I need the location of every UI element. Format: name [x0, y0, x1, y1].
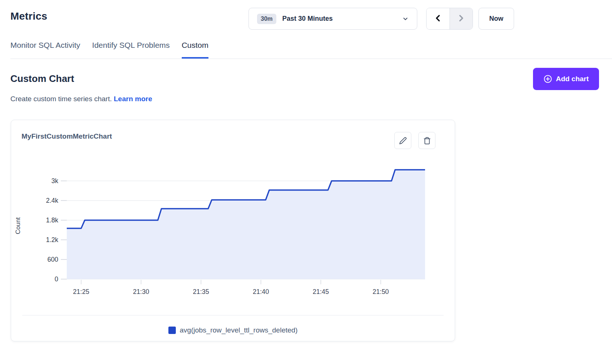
chevron-down-icon — [402, 16, 409, 22]
now-button[interactable]: Now — [478, 8, 514, 30]
section-subtitle: Create custom time series chart. Learn m… — [10, 95, 152, 103]
x-axis-tick-label: 21:40 — [253, 288, 269, 295]
metrics-page: Metrics 30m Past 30 Minutes Now Monitor … — [0, 0, 612, 364]
y-axis-tick-label: 3k — [52, 177, 59, 185]
pencil-icon — [399, 137, 407, 145]
metrics-tabs: Monitor SQL Activity Identify SQL Proble… — [10, 41, 208, 59]
y-axis-tick-label: 600 — [47, 256, 58, 263]
time-step-button-group — [426, 8, 473, 30]
time-range-dropdown[interactable]: 30m Past 30 Minutes — [249, 8, 417, 30]
add-chart-button[interactable]: Add chart — [533, 68, 599, 90]
x-axis-tick-label: 21:35 — [193, 288, 209, 295]
legend-color-swatch — [168, 327, 176, 334]
tabs-divider — [10, 59, 612, 59]
y-axis-title: Count — [14, 217, 22, 234]
custom-chart-card: MyFirstCustomMetricChart 06001.2k1.8k2.4… — [11, 120, 455, 341]
edit-chart-button[interactable] — [394, 132, 411, 149]
time-range-badge: 30m — [257, 14, 276, 24]
previous-time-button[interactable] — [427, 8, 450, 29]
time-range-label: Past 30 Minutes — [282, 15, 333, 23]
tab-monitor-sql-activity[interactable]: Monitor SQL Activity — [10, 41, 80, 59]
y-axis-tick-label: 2.4k — [46, 197, 58, 204]
x-axis-tick-label: 21:45 — [313, 288, 329, 295]
add-chart-label: Add chart — [556, 75, 589, 83]
x-axis-tick-label: 21:30 — [133, 288, 149, 295]
next-time-button[interactable] — [450, 8, 473, 29]
chart-title: MyFirstCustomMetricChart — [22, 132, 112, 140]
plus-circle-icon — [543, 75, 552, 83]
tab-identify-sql-problems[interactable]: Identify SQL Problems — [92, 41, 170, 59]
section-title: Custom Chart — [10, 73, 74, 85]
timeseries-chart-plot[interactable]: 06001.2k1.8k2.4k3k21:2521:3021:3521:4021… — [11, 150, 455, 309]
legend-divider — [22, 315, 444, 315]
chevron-right-icon — [457, 14, 465, 24]
subtitle-text: Create custom time series chart. — [10, 95, 112, 103]
learn-more-link[interactable]: Learn more — [114, 95, 152, 103]
y-axis-tick-label: 0 — [55, 275, 58, 283]
x-axis-tick-label: 21:50 — [373, 288, 389, 295]
chevron-left-icon — [434, 14, 442, 24]
x-axis-tick-label: 21:25 — [73, 288, 89, 295]
delete-chart-button[interactable] — [418, 132, 435, 149]
legend-series-label: avg(jobs_row_level_ttl_rows_deleted) — [180, 326, 298, 334]
y-axis-tick-label: 1.8k — [46, 216, 58, 224]
trash-icon — [423, 137, 431, 145]
page-title: Metrics — [10, 10, 47, 22]
chart-legend: avg(jobs_row_level_ttl_rows_deleted) — [11, 326, 455, 334]
y-axis-tick-label: 1.2k — [46, 236, 58, 244]
tab-custom[interactable]: Custom — [182, 41, 208, 59]
